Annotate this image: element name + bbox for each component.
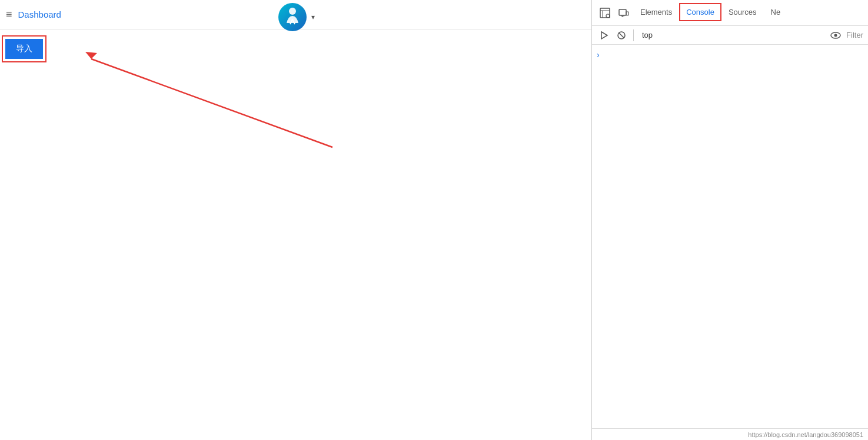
svg-rect-7: [600, 8, 610, 18]
annotation-arrow: [0, 0, 591, 440]
svg-rect-13: [626, 12, 628, 15]
toolbar-divider: [633, 29, 634, 41]
svg-rect-12: [619, 9, 626, 15]
svg-marker-4: [85, 52, 97, 59]
devtools-toolbar: top Filter: [592, 26, 868, 45]
app-area: ≡ Dashboard ▾ 导入: [0, 0, 591, 440]
devtools-statusbar: https://blog.csdn.net/langdou369098051: [592, 428, 868, 440]
tab-elements[interactable]: Elements: [634, 4, 678, 21]
svg-point-0: [289, 8, 296, 15]
tab-ne[interactable]: Ne: [765, 4, 787, 21]
app-logo-area: ▾: [278, 3, 315, 31]
console-chevron-icon[interactable]: ›: [597, 50, 600, 59]
tab-sources[interactable]: Sources: [723, 4, 763, 21]
svg-point-10: [606, 14, 610, 18]
svg-line-18: [619, 32, 624, 38]
dashboard-title: Dashboard: [18, 9, 61, 19]
top-bar: ≡ Dashboard ▾: [0, 0, 591, 29]
import-button[interactable]: 导入: [5, 39, 43, 59]
tab-console[interactable]: Console: [680, 4, 720, 21]
inspect-icon[interactable]: [597, 5, 613, 21]
responsive-icon[interactable]: [616, 5, 632, 21]
app-logo[interactable]: [278, 3, 307, 31]
toolbar-right: Filter: [829, 28, 863, 42]
filter-label: Filter: [846, 31, 863, 39]
logo-dropdown-arrow[interactable]: ▾: [311, 13, 315, 21]
svg-marker-16: [601, 32, 607, 39]
import-button-wrapper: 导入: [2, 35, 46, 62]
console-content: ›: [592, 45, 868, 428]
svg-line-3: [91, 59, 332, 147]
devtools-panel: Elements Console Sources Ne top: [591, 0, 868, 440]
eye-icon[interactable]: [829, 28, 843, 42]
block-icon[interactable]: [614, 28, 628, 42]
devtools-tabs: Elements Console Sources Ne: [592, 0, 868, 26]
status-url: https://blog.csdn.net/langdou369098051: [748, 431, 863, 438]
svg-point-20: [834, 34, 837, 37]
hamburger-icon[interactable]: ≡: [6, 8, 12, 21]
execute-icon[interactable]: [597, 28, 611, 42]
context-selector[interactable]: top: [638, 29, 656, 41]
